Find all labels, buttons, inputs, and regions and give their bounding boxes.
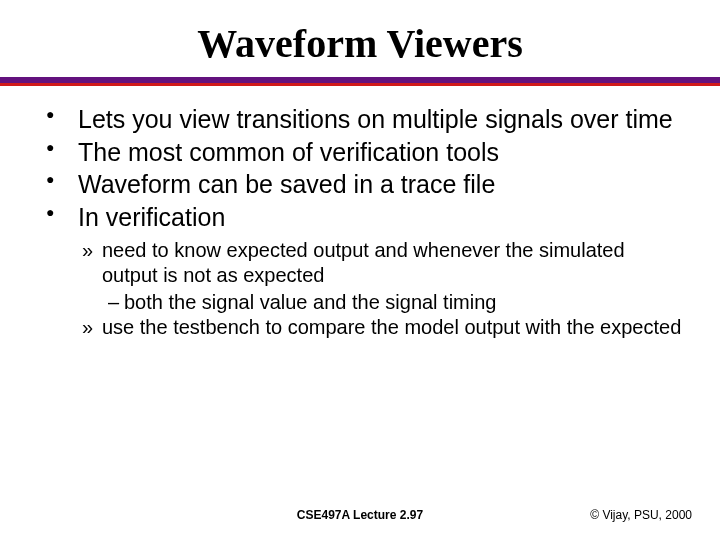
bullet-item: Lets you view transitions on multiple si… [46,104,684,135]
divider-bottom [0,83,720,86]
bullet-item: Waveform can be saved in a trace file [46,169,684,200]
content-area: Lets you view transitions on multiple si… [0,104,720,340]
bullet-list: Lets you view transitions on multiple si… [46,104,684,232]
bullet-item: The most common of verification tools [46,137,684,168]
slide-title: Waveform Viewers [0,20,720,67]
sub-bullet-item: use the testbench to compare the model o… [46,315,684,340]
dash-item: both the signal value and the signal tim… [46,290,684,315]
sub-bullet-item: need to know expected output and wheneve… [46,238,684,288]
bullet-item: In verification [46,202,684,233]
sub-bullet-list: need to know expected output and wheneve… [46,238,684,340]
slide: Waveform Viewers Lets you view transitio… [0,0,720,540]
footer-right: © Vijay, PSU, 2000 [590,508,692,522]
